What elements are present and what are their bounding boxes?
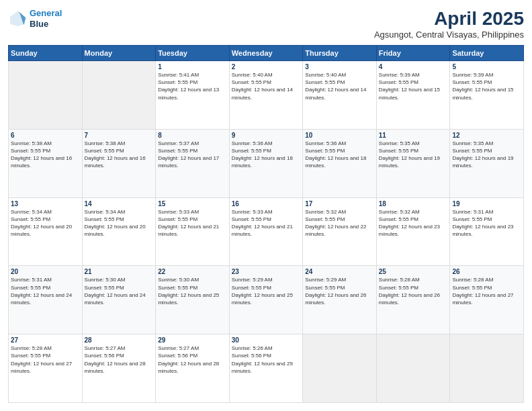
day-number: 27 — [11, 336, 80, 344]
day-info: Sunrise: 5:40 AM Sunset: 5:55 PM Dayligh… — [232, 71, 301, 101]
calendar-cell: 30Sunrise: 5:26 AM Sunset: 5:56 PM Dayli… — [229, 334, 303, 403]
calendar-cell: 28Sunrise: 5:27 AM Sunset: 5:56 PM Dayli… — [82, 334, 156, 403]
day-number: 23 — [232, 268, 301, 275]
day-number: 19 — [452, 200, 521, 208]
calendar-cell: 7Sunrise: 5:38 AM Sunset: 5:55 PM Daylig… — [82, 129, 156, 197]
calendar-cell: 5Sunrise: 5:39 AM Sunset: 5:55 PM Daylig… — [450, 61, 524, 130]
day-number: 13 — [11, 200, 80, 208]
day-number: 9 — [232, 132, 301, 139]
day-info: Sunrise: 5:38 AM Sunset: 5:55 PM Dayligh… — [11, 140, 80, 170]
calendar-cell — [376, 334, 450, 403]
subtitle: Agsungot, Central Visayas, Philippines — [374, 30, 524, 40]
day-number: 18 — [379, 200, 448, 208]
calendar-cell: 15Sunrise: 5:33 AM Sunset: 5:55 PM Dayli… — [156, 197, 230, 266]
calendar-cell: 14Sunrise: 5:34 AM Sunset: 5:55 PM Dayli… — [82, 197, 156, 266]
day-number: 8 — [158, 132, 227, 139]
header: General Blue April 2025 Agsungot, Centra… — [8, 8, 524, 40]
day-info: Sunrise: 5:27 AM Sunset: 5:56 PM Dayligh… — [85, 345, 154, 375]
calendar: SundayMondayTuesdayWednesdayThursdayFrid… — [8, 45, 524, 403]
day-info: Sunrise: 5:32 AM Sunset: 5:55 PM Dayligh… — [379, 208, 448, 238]
calendar-cell: 16Sunrise: 5:33 AM Sunset: 5:55 PM Dayli… — [229, 197, 303, 266]
main-title: April 2025 — [374, 8, 524, 30]
day-number: 14 — [85, 200, 154, 208]
day-number: 28 — [85, 336, 154, 344]
calendar-week-row: 13Sunrise: 5:34 AM Sunset: 5:55 PM Dayli… — [9, 197, 524, 266]
day-info: Sunrise: 5:36 AM Sunset: 5:55 PM Dayligh… — [305, 140, 374, 170]
calendar-cell: 2Sunrise: 5:40 AM Sunset: 5:55 PM Daylig… — [229, 61, 303, 130]
weekday-header: Wednesday — [229, 46, 303, 61]
calendar-cell: 29Sunrise: 5:27 AM Sunset: 5:56 PM Dayli… — [156, 334, 230, 403]
weekday-header: Monday — [82, 46, 156, 61]
calendar-cell: 1Sunrise: 5:41 AM Sunset: 5:55 PM Daylig… — [156, 61, 230, 130]
day-number: 29 — [158, 336, 227, 344]
day-number: 24 — [305, 268, 374, 275]
calendar-cell: 21Sunrise: 5:30 AM Sunset: 5:55 PM Dayli… — [82, 266, 156, 334]
calendar-cell: 25Sunrise: 5:28 AM Sunset: 5:55 PM Dayli… — [376, 266, 450, 334]
calendar-week-row: 1Sunrise: 5:41 AM Sunset: 5:55 PM Daylig… — [9, 61, 524, 130]
day-number: 7 — [85, 132, 154, 139]
day-number: 6 — [11, 132, 80, 139]
calendar-cell: 8Sunrise: 5:37 AM Sunset: 5:55 PM Daylig… — [156, 129, 230, 197]
day-info: Sunrise: 5:28 AM Sunset: 5:55 PM Dayligh… — [379, 276, 448, 306]
day-number: 12 — [452, 132, 521, 139]
logo-text: General Blue — [30, 8, 62, 29]
calendar-week-row: 6Sunrise: 5:38 AM Sunset: 5:55 PM Daylig… — [9, 129, 524, 197]
day-info: Sunrise: 5:29 AM Sunset: 5:55 PM Dayligh… — [232, 276, 301, 306]
day-number: 20 — [11, 268, 80, 275]
calendar-cell: 11Sunrise: 5:35 AM Sunset: 5:55 PM Dayli… — [376, 129, 450, 197]
page: General Blue April 2025 Agsungot, Centra… — [0, 0, 532, 411]
calendar-cell: 27Sunrise: 5:28 AM Sunset: 5:55 PM Dayli… — [9, 334, 83, 403]
day-info: Sunrise: 5:38 AM Sunset: 5:55 PM Dayligh… — [85, 140, 154, 170]
calendar-header-row: SundayMondayTuesdayWednesdayThursdayFrid… — [9, 46, 524, 61]
day-info: Sunrise: 5:41 AM Sunset: 5:55 PM Dayligh… — [158, 71, 227, 101]
weekday-header: Friday — [376, 46, 450, 61]
day-info: Sunrise: 5:30 AM Sunset: 5:55 PM Dayligh… — [158, 276, 227, 306]
calendar-cell: 23Sunrise: 5:29 AM Sunset: 5:55 PM Dayli… — [229, 266, 303, 334]
calendar-cell: 4Sunrise: 5:39 AM Sunset: 5:55 PM Daylig… — [376, 61, 450, 130]
day-info: Sunrise: 5:34 AM Sunset: 5:55 PM Dayligh… — [85, 208, 154, 238]
logo-icon — [8, 9, 27, 28]
calendar-cell — [9, 61, 83, 130]
day-info: Sunrise: 5:32 AM Sunset: 5:55 PM Dayligh… — [305, 208, 374, 238]
calendar-week-row: 20Sunrise: 5:31 AM Sunset: 5:55 PM Dayli… — [9, 266, 524, 334]
weekday-header: Thursday — [303, 46, 377, 61]
day-number: 5 — [452, 63, 521, 71]
day-number: 22 — [158, 268, 227, 275]
weekday-header: Saturday — [450, 46, 524, 61]
day-number: 25 — [379, 268, 448, 275]
day-number: 21 — [85, 268, 154, 275]
day-info: Sunrise: 5:37 AM Sunset: 5:55 PM Dayligh… — [158, 140, 227, 170]
day-info: Sunrise: 5:26 AM Sunset: 5:56 PM Dayligh… — [232, 345, 301, 375]
day-info: Sunrise: 5:31 AM Sunset: 5:55 PM Dayligh… — [11, 276, 80, 306]
day-number: 16 — [232, 200, 301, 208]
calendar-cell: 10Sunrise: 5:36 AM Sunset: 5:55 PM Dayli… — [303, 129, 377, 197]
calendar-cell — [450, 334, 524, 403]
calendar-cell: 20Sunrise: 5:31 AM Sunset: 5:55 PM Dayli… — [9, 266, 83, 334]
day-info: Sunrise: 5:33 AM Sunset: 5:55 PM Dayligh… — [158, 208, 227, 238]
day-info: Sunrise: 5:36 AM Sunset: 5:55 PM Dayligh… — [232, 140, 301, 170]
day-info: Sunrise: 5:28 AM Sunset: 5:55 PM Dayligh… — [11, 345, 80, 375]
calendar-cell — [303, 334, 377, 403]
day-number: 3 — [305, 63, 374, 71]
day-info: Sunrise: 5:39 AM Sunset: 5:55 PM Dayligh… — [379, 71, 448, 101]
weekday-header: Tuesday — [156, 46, 230, 61]
day-info: Sunrise: 5:29 AM Sunset: 5:55 PM Dayligh… — [305, 276, 374, 306]
calendar-cell: 22Sunrise: 5:30 AM Sunset: 5:55 PM Dayli… — [156, 266, 230, 334]
title-section: April 2025 Agsungot, Central Visayas, Ph… — [374, 8, 524, 40]
day-number: 30 — [232, 336, 301, 344]
day-number: 15 — [158, 200, 227, 208]
calendar-cell: 26Sunrise: 5:28 AM Sunset: 5:55 PM Dayli… — [450, 266, 524, 334]
weekday-header: Sunday — [9, 46, 83, 61]
day-info: Sunrise: 5:31 AM Sunset: 5:55 PM Dayligh… — [452, 208, 521, 238]
calendar-week-row: 27Sunrise: 5:28 AM Sunset: 5:55 PM Dayli… — [9, 334, 524, 403]
calendar-cell: 3Sunrise: 5:40 AM Sunset: 5:55 PM Daylig… — [303, 61, 377, 130]
day-info: Sunrise: 5:27 AM Sunset: 5:56 PM Dayligh… — [158, 345, 227, 375]
day-number: 4 — [379, 63, 448, 71]
day-info: Sunrise: 5:28 AM Sunset: 5:55 PM Dayligh… — [452, 276, 521, 306]
day-number: 2 — [232, 63, 301, 71]
day-info: Sunrise: 5:35 AM Sunset: 5:55 PM Dayligh… — [452, 140, 521, 170]
day-number: 1 — [158, 63, 227, 71]
day-number: 11 — [379, 132, 448, 139]
day-info: Sunrise: 5:35 AM Sunset: 5:55 PM Dayligh… — [379, 140, 448, 170]
calendar-cell: 24Sunrise: 5:29 AM Sunset: 5:55 PM Dayli… — [303, 266, 377, 334]
